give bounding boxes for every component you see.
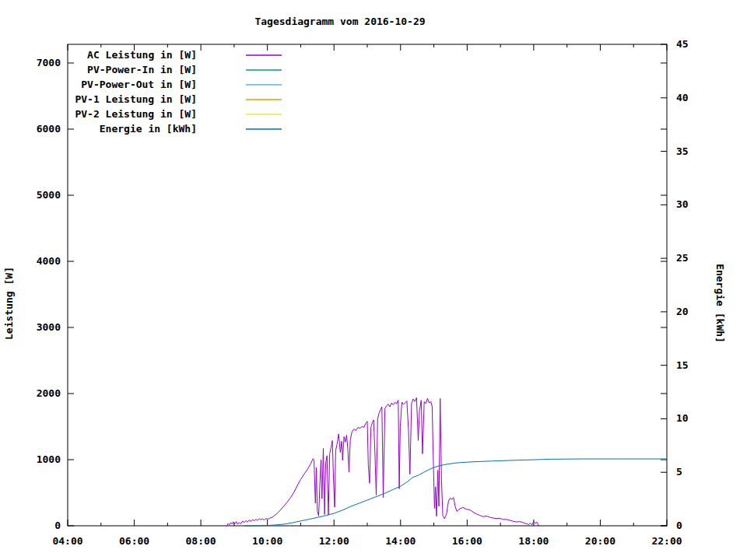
- plot-area: 04:0006:0008:0010:0012:0014:0016:0018:00…: [37, 38, 689, 547]
- x-tick-label: 22:00: [651, 535, 682, 547]
- y-axis-label-right: Energie [kWh]: [714, 264, 726, 343]
- chart-title: Tagesdiagramm vom 2016-10-29: [254, 16, 425, 27]
- y2-tick-label: 30: [676, 198, 689, 210]
- x-tick-label: 20:00: [585, 535, 615, 547]
- x-tick-label: 18:00: [518, 535, 549, 547]
- y-tick-label: 6000: [37, 123, 61, 135]
- y-tick-label: 7000: [37, 57, 61, 68]
- legend-item: PV-1 Leistung in [W]: [75, 93, 282, 105]
- y2-tick-label: 45: [676, 38, 689, 50]
- legend-item: AC Leistung in [W]: [87, 49, 282, 61]
- y-tick-label: 4000: [37, 255, 61, 267]
- y-tick-label: 0: [54, 520, 61, 531]
- series-group: [227, 397, 668, 526]
- y-axis-label-left: Leistung [W]: [3, 267, 15, 340]
- chart-canvas: Tagesdiagramm vom 2016-10-29 Leistung [W…: [0, 0, 747, 560]
- y2-tick-label: 25: [676, 252, 689, 264]
- legend: AC Leistung in [W]PV-Power-In in [W]PV-P…: [75, 49, 282, 135]
- x-tick-label: 08:00: [186, 535, 216, 547]
- chart-page: Tagesdiagramm vom 2016-10-29 Leistung [W…: [0, 0, 747, 560]
- legend-item: PV-Power-In in [W]: [87, 64, 282, 75]
- x-tick-label: 04:00: [52, 535, 82, 547]
- series-line-energie: [245, 459, 667, 526]
- y-tick-label: 5000: [37, 189, 61, 201]
- series-line-ac-leistung: [227, 397, 540, 526]
- y2-tick-label: 0: [676, 520, 682, 531]
- legend-item-label: PV-Power-In in [W]: [87, 64, 197, 75]
- x-tick-label: 14:00: [385, 535, 416, 547]
- legend-item-label: PV-Power-Out in [W]: [81, 79, 197, 90]
- legend-item: PV-2 Leistung in [W]: [75, 108, 282, 120]
- y2-tick-label: 40: [676, 92, 689, 103]
- y2-tick-label: 10: [676, 412, 689, 424]
- legend-item: PV-Power-Out in [W]: [81, 79, 282, 90]
- y-tick-label: 2000: [37, 387, 61, 399]
- y2-tick-label: 20: [676, 306, 689, 317]
- y-axis-right: 051015202530354045: [661, 38, 689, 531]
- y-tick-label: 3000: [37, 321, 61, 333]
- x-tick-label: 06:00: [119, 535, 149, 547]
- y-tick-label: 1000: [37, 453, 61, 465]
- legend-item-label: Energie in [kWh]: [100, 123, 197, 135]
- legend-item-label: PV-2 Leistung in [W]: [75, 108, 197, 120]
- legend-item-label: AC Leistung in [W]: [87, 49, 197, 61]
- legend-item-label: PV-1 Leistung in [W]: [75, 93, 197, 105]
- y2-tick-label: 15: [676, 359, 689, 371]
- legend-item: Energie in [kWh]: [100, 123, 282, 135]
- x-tick-label: 16:00: [452, 535, 482, 547]
- x-tick-label: 10:00: [252, 535, 282, 547]
- y2-tick-label: 5: [676, 466, 682, 478]
- y2-tick-label: 35: [676, 145, 689, 157]
- x-tick-label: 12:00: [319, 535, 349, 547]
